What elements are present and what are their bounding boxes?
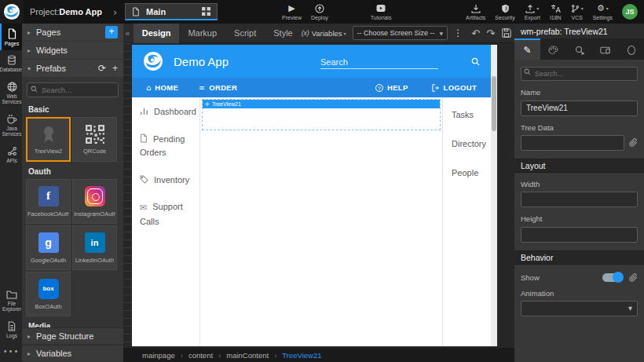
pencil-icon: ✎ — [523, 45, 531, 56]
behavior-section-header[interactable]: Behavior — [514, 250, 644, 265]
section-pages[interactable]: ▸ Pages + — [22, 24, 123, 42]
add-page-button[interactable]: + — [105, 26, 118, 38]
widget-body[interactable] — [203, 108, 440, 130]
app-navbar: ⌂ HOME ≡ ORDER ? HELP — [132, 78, 491, 97]
kebab-menu-icon[interactable]: ⋮ — [448, 27, 468, 38]
save-icon[interactable] — [498, 28, 515, 38]
redo-icon[interactable]: ↷ — [483, 27, 498, 39]
treeview-widget-selected[interactable]: ✛ TreeView21 — [202, 99, 441, 130]
prefab-search-input[interactable] — [27, 82, 119, 97]
vcs-button[interactable]: ▾ VCS — [566, 0, 588, 24]
sidebar-item-apis[interactable]: APIs — [0, 141, 22, 167]
preview-button[interactable]: ▶ Preview — [277, 0, 306, 24]
tab-markup[interactable]: Markup — [179, 24, 225, 43]
sidenav-dashboard[interactable]: Dashboard — [140, 105, 196, 119]
group-oauth: Oauth — [22, 163, 123, 179]
breadcrumb-treeview21[interactable]: TreeView21 — [282, 351, 321, 360]
properties-search-input[interactable] — [521, 67, 638, 81]
caret-down-icon: ▼ — [628, 305, 632, 312]
width-input[interactable] — [521, 192, 638, 207]
open-page-tab[interactable]: Main — [125, 3, 218, 20]
breadcrumb-maincontent[interactable]: mainContent — [226, 351, 282, 360]
rightnav-people[interactable]: People — [452, 168, 491, 177]
sidebar-item-pages[interactable]: Pages — [0, 24, 22, 50]
sidebar-item-java-services[interactable]: Java Services — [0, 109, 22, 141]
prefab-linkedin-oauth[interactable]: in LinkedInOAuth — [72, 225, 117, 270]
nav-logout[interactable]: LOGOUT — [432, 83, 477, 92]
tutorials-button[interactable]: Tutorials — [366, 0, 397, 24]
export-button[interactable]: ▾ Export — [520, 0, 545, 24]
variables-button[interactable]: (x) Variables ▾ — [302, 29, 346, 38]
prefab-facebook-oauth[interactable]: f FacebookOAuth — [26, 179, 71, 224]
sidenav-inventory[interactable]: Inventory — [140, 174, 196, 188]
prefab-google-oauth[interactable]: g GoogleOAuth — [26, 225, 71, 270]
deploy-button[interactable]: Deploy — [306, 0, 333, 24]
section-variables[interactable]: ▸ Variables — [22, 345, 123, 362]
app-search-input[interactable] — [320, 56, 438, 68]
tree-data-input[interactable] — [521, 135, 624, 151]
nav-home[interactable]: ⌂ HOME — [146, 83, 178, 92]
prefab-treeview2[interactable]: TreeView2 — [26, 117, 71, 162]
nav-order[interactable]: ≡ ORDER — [199, 83, 237, 92]
more-menu-icon[interactable]: ••• — [0, 342, 22, 362]
section-page-structure[interactable]: ▸ Page Structure — [22, 327, 123, 345]
caret-down-icon: ▾ — [581, 5, 584, 11]
prefab-qrcode[interactable]: QRCode — [72, 117, 117, 162]
collapse-left-panel-icon[interactable]: « — [123, 28, 134, 38]
wavemaker-logo[interactable] — [0, 0, 24, 24]
nav-help[interactable]: ? HELP — [375, 83, 408, 92]
settings-button[interactable]: ⚙ ▾ Settings — [588, 0, 617, 24]
import-prefab-button[interactable]: + — [112, 63, 118, 74]
chevron-right-icon[interactable]: › — [113, 6, 117, 18]
name-input[interactable] — [521, 101, 638, 116]
rightnav-directory[interactable]: Directory — [452, 139, 491, 148]
tab-styles[interactable] — [540, 38, 566, 60]
tab-outline[interactable] — [618, 38, 644, 60]
breadcrumb-content[interactable]: content — [188, 351, 226, 360]
design-canvas-area: « Design Markup Script Style (x) Variabl… — [123, 24, 514, 362]
section-prefabs[interactable]: ▾ Prefabs ⟳ + — [22, 60, 123, 78]
sidebar-item-logs[interactable]: Logs — [0, 316, 22, 342]
google-icon: g — [38, 232, 59, 253]
canvas-scrollbar[interactable] — [491, 45, 497, 346]
sidenav-pending-orders[interactable]: Pending Orders — [140, 133, 196, 160]
tab-properties[interactable]: ✎ — [514, 38, 540, 60]
sidenav-support-calls[interactable]: ✉Support Calls — [140, 200, 196, 229]
refresh-icon[interactable]: ⟳ — [98, 63, 106, 74]
expand-arrow-icon: ▸ — [27, 29, 31, 36]
device-icon — [600, 46, 610, 54]
widget-title-bar[interactable]: ✛ TreeView21 — [203, 100, 440, 108]
grid-icon[interactable] — [202, 7, 210, 16]
bind-link-icon[interactable] — [629, 273, 638, 282]
animation-select[interactable]: ▼ — [521, 301, 638, 316]
section-page-structure-label: Page Structure — [36, 331, 93, 341]
height-input[interactable] — [521, 227, 638, 243]
rightnav-tasks[interactable]: Tasks — [452, 110, 491, 119]
prefab-box-oauth[interactable]: box BoxOAuth — [26, 272, 71, 316]
layout-section-header[interactable]: Layout — [514, 159, 644, 173]
screen-size-select[interactable]: -- Choose Screen Size -- ▼ — [353, 26, 448, 40]
show-toggle[interactable] — [602, 273, 623, 282]
sidebar-item-databases[interactable]: Databases — [0, 50, 22, 76]
selected-widget-title: wm-prefab: TreeView21 — [514, 24, 644, 38]
section-widgets[interactable]: ▸ Widgets — [22, 42, 123, 60]
artifacts-button[interactable]: Artifacts — [461, 0, 490, 24]
breadcrumb-mainpage[interactable]: mainpage — [142, 351, 188, 360]
bind-link-icon[interactable] — [629, 138, 638, 147]
tab-design[interactable]: Design — [134, 24, 180, 43]
i18n-button[interactable]: I18N — [545, 0, 566, 24]
undo-icon[interactable]: ↶ — [468, 27, 483, 39]
prefab-instagram-oauth[interactable]: InstagramOAuth — [72, 179, 117, 224]
scrollbar-thumb[interactable] — [492, 76, 496, 131]
tab-style[interactable]: Style — [265, 24, 301, 43]
bar-chart-icon — [140, 107, 148, 115]
sidebar-item-file-explorer[interactable]: File Explorer — [0, 285, 22, 316]
security-button[interactable]: Security — [490, 0, 519, 24]
search-icon[interactable] — [471, 57, 480, 66]
tab-script[interactable]: Script — [225, 24, 265, 43]
user-avatar[interactable]: JS — [622, 4, 638, 20]
tab-inspect[interactable] — [566, 38, 592, 60]
vertical-ruler — [123, 43, 132, 348]
tab-device[interactable] — [592, 38, 618, 60]
sidebar-item-web-services[interactable]: Web Services — [0, 77, 22, 109]
